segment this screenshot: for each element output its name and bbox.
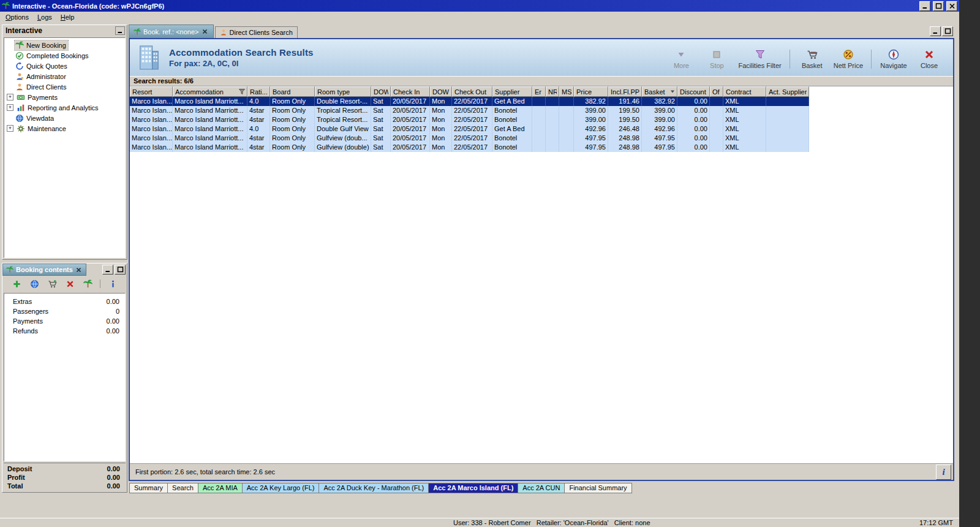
close-tab-icon[interactable] <box>75 266 83 273</box>
sidebar-item-completed-bookings[interactable]: Completed Bookings <box>4 50 125 61</box>
booking-contents-row[interactable]: Refunds0.00 <box>4 326 125 336</box>
column-header-check-out[interactable]: Check Out <box>452 86 492 97</box>
search-item-button[interactable] <box>29 278 40 289</box>
table-row[interactable]: Marco Islan...Marco Island Marriott...4s… <box>130 134 953 143</box>
expand-icon[interactable]: + <box>7 94 13 100</box>
facilities-filter-button[interactable]: Facilities Filter <box>736 48 783 70</box>
column-header-accommodation[interactable]: Accommodation <box>173 86 247 97</box>
booking-total-value: 0.00 <box>107 474 120 481</box>
cell <box>710 134 723 143</box>
booking-contents-tab[interactable]: Booking contents <box>2 264 86 276</box>
sidebar-item-administrator[interactable]: Administrator <box>4 71 125 82</box>
bottom-tab-summary[interactable]: Summary <box>129 483 168 493</box>
column-header-room-type[interactable]: Room type <box>315 86 371 97</box>
sidebar-item-quick-quotes[interactable]: Quick Quotes <box>4 61 125 71</box>
column-header-rati[interactable]: Rati... <box>247 86 270 97</box>
column-header-label: Check Out <box>454 88 490 96</box>
menu-item-help[interactable]: Help <box>56 13 79 21</box>
column-header-label: DOW <box>374 88 388 96</box>
sidebar-item-label: New Booking <box>26 42 66 49</box>
item-info-button[interactable] <box>107 278 118 289</box>
tab-direct-clients-search[interactable]: Direct Clients Search <box>215 26 298 38</box>
app-icon <box>2 2 10 10</box>
column-header-label: Discount <box>680 88 707 96</box>
bottom-tab-acc-2a-duck-key-marathon-fl[interactable]: Acc 2A Duck Key - Marathon (FL) <box>318 483 429 493</box>
cell: XML <box>723 106 766 115</box>
table-row[interactable]: Marco Islan...Marco Island Marriott...4.… <box>130 97 953 106</box>
expand-icon[interactable]: + <box>7 125 13 132</box>
bottom-tab-financial-summary[interactable]: Financial Summary <box>564 483 631 493</box>
add-item-button[interactable] <box>11 278 22 289</box>
column-header-resort[interactable]: Resort <box>130 86 173 97</box>
nett-price-icon <box>843 49 854 60</box>
table-row[interactable]: Marco Islan...Marco Island Marriott...4s… <box>130 106 953 115</box>
bottom-tab-acc-2a-key-largo-fl[interactable]: Acc 2A Key Largo (FL) <box>242 483 320 493</box>
delete-item-button[interactable] <box>64 278 75 289</box>
column-header-dow[interactable]: DOW <box>430 86 452 97</box>
toolbar-button-label: Nett Price <box>834 62 863 69</box>
bottom-tab-search[interactable]: Search <box>167 483 198 493</box>
cell: Bonotel <box>492 143 532 152</box>
restore-pane-button[interactable] <box>942 26 953 36</box>
interactive-panel-title: Interactive <box>6 26 42 35</box>
navigation-tree: New BookingCompleted BookingsQuick Quote… <box>4 37 126 258</box>
sidebar-item-viewdata[interactable]: Viewdata <box>4 113 125 123</box>
close-button[interactable] <box>946 1 957 11</box>
sort-desc-icon <box>670 89 675 94</box>
info-button[interactable] <box>936 464 951 480</box>
column-header-ms[interactable]: MS <box>559 86 574 97</box>
sidebar-item-payments[interactable]: +Payments <box>4 92 125 102</box>
column-header-dow[interactable]: DOW <box>371 86 391 97</box>
bottom-tab-acc-2a-cun[interactable]: Acc 2A CUN <box>518 483 565 493</box>
nett-price-button[interactable]: Nett Price <box>831 48 865 70</box>
minimize-pane-button[interactable] <box>930 26 941 36</box>
minimize-button[interactable] <box>919 1 930 11</box>
tab-book-ref-none[interactable]: Book. ref.: <none> <box>129 25 214 38</box>
collapse-panel-button[interactable] <box>115 26 125 35</box>
table-row[interactable]: Marco Islan...Marco Island Marriott...4.… <box>130 124 953 134</box>
column-header-label: Accommodation <box>175 88 239 96</box>
tab-close-icon[interactable] <box>202 28 209 36</box>
close-button[interactable]: Close <box>913 48 946 70</box>
basket-add-icon <box>48 279 57 289</box>
add-to-basket-button[interactable] <box>47 278 58 289</box>
column-header-basket[interactable]: Basket <box>642 86 677 97</box>
table-row[interactable]: Marco Islan...Marco Island Marriott...4s… <box>130 115 953 124</box>
maximize-button[interactable] <box>933 1 944 11</box>
column-header-check-in[interactable]: Check In <box>391 86 430 97</box>
bottom-tab-acc-2a-mia[interactable]: Acc 2A MIA <box>198 483 243 493</box>
booking-contents-row[interactable]: Passengers0 <box>4 306 125 316</box>
cell: Sat <box>371 106 391 115</box>
sidebar-item-maintenance[interactable]: +Maintenance <box>4 123 125 134</box>
minimize-panel-button[interactable] <box>102 265 113 275</box>
navigate-button[interactable]: Navigate <box>877 48 910 70</box>
column-header-discount[interactable]: Discount <box>677 86 710 97</box>
cell <box>532 97 546 106</box>
column-header-contract[interactable]: Contract <box>723 86 766 97</box>
menu-item-logs[interactable]: Logs <box>33 13 56 21</box>
column-header-supplier[interactable]: Supplier <box>492 86 532 97</box>
bottom-tab-acc-2a-marco-island-fl[interactable]: Acc 2A Marco Island (FL) <box>428 483 518 493</box>
column-header-of[interactable]: Of <box>710 86 723 97</box>
basket-button[interactable]: Basket <box>796 48 829 70</box>
stop-button: Stop <box>700 48 733 70</box>
column-header-er[interactable]: Er <box>532 86 546 97</box>
expand-icon[interactable]: + <box>7 104 13 111</box>
menu-item-options[interactable]: Options <box>1 13 33 21</box>
column-header-nr[interactable]: NR <box>546 86 559 97</box>
sidebar-item-label: Quick Quotes <box>26 63 67 70</box>
holiday-button[interactable] <box>82 278 93 289</box>
column-header-price[interactable]: Price <box>574 86 608 97</box>
sidebar-item-reporting-and-analytics[interactable]: +Reporting and Analytics <box>4 102 125 113</box>
column-header-board[interactable]: Board <box>270 86 315 97</box>
column-header-incl-fl-pp[interactable]: Incl.Fl.PP <box>608 86 642 97</box>
sidebar-item-new-booking[interactable]: New Booking <box>4 40 125 50</box>
booking-contents-row[interactable]: Payments0.00 <box>4 316 125 326</box>
sidebar-item-direct-clients[interactable]: Direct Clients <box>4 82 125 92</box>
payments-icon <box>17 93 25 102</box>
expand-spacer <box>6 73 13 80</box>
maximize-panel-button[interactable] <box>115 265 126 275</box>
table-row[interactable]: Marco Islan...Marco Island Marriott...4s… <box>130 143 953 152</box>
booking-contents-row[interactable]: Extras0.00 <box>4 297 125 306</box>
column-header-act-supplier[interactable]: Act. Supplier <box>766 86 809 97</box>
